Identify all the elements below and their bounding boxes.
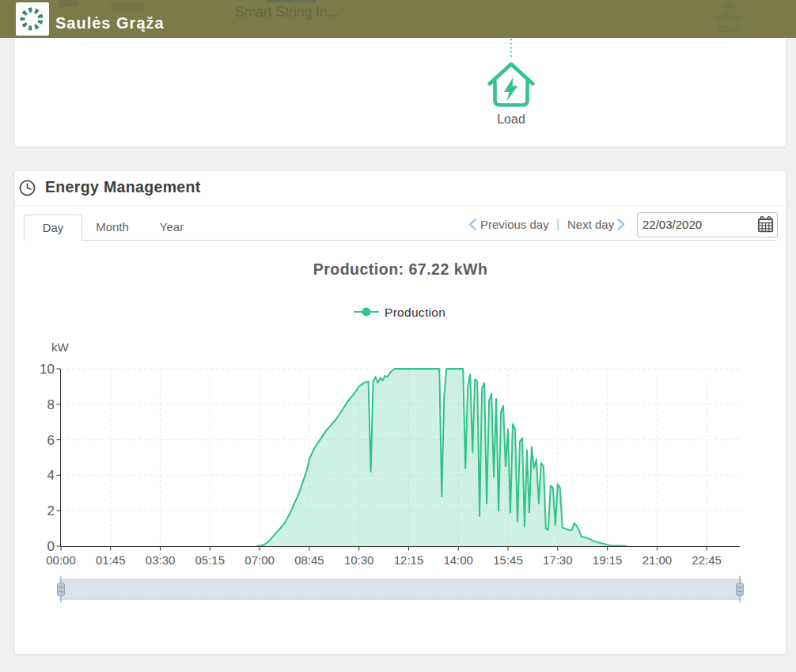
svg-text:05:15: 05:15 <box>195 553 226 567</box>
svg-text:03:30: 03:30 <box>146 553 176 567</box>
svg-text:19:15: 19:15 <box>593 553 623 567</box>
svg-text:2: 2 <box>47 503 55 518</box>
svg-text:4: 4 <box>47 468 55 483</box>
svg-text:21:00: 21:00 <box>642 553 673 567</box>
svg-text:08:45: 08:45 <box>294 553 324 567</box>
svg-text:8: 8 <box>47 397 55 412</box>
svg-text:10:30: 10:30 <box>344 553 374 567</box>
svg-text:17:30: 17:30 <box>543 553 573 567</box>
svg-text:10: 10 <box>40 362 55 377</box>
svg-text:6: 6 <box>47 433 55 448</box>
svg-text:12:15: 12:15 <box>394 553 424 567</box>
svg-text:14:00: 14:00 <box>443 553 473 567</box>
svg-text:00:00: 00:00 <box>46 553 76 567</box>
svg-text:kW: kW <box>51 340 70 354</box>
svg-text:07:00: 07:00 <box>244 553 275 567</box>
svg-text:0: 0 <box>47 539 55 554</box>
svg-text:01:45: 01:45 <box>96 553 126 567</box>
svg-text:15:45: 15:45 <box>493 553 523 567</box>
svg-text:22:45: 22:45 <box>692 553 722 567</box>
